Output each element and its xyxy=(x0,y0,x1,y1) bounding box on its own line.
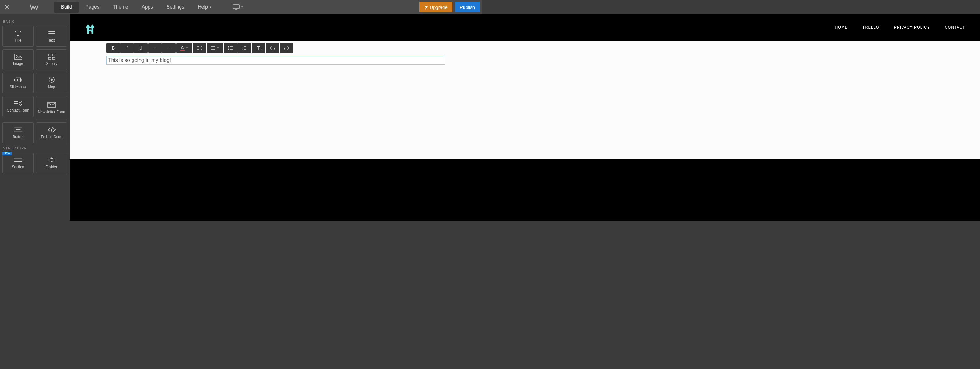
main-nav: Build Pages Theme Apps Settings Help ▾ xyxy=(54,0,218,14)
font-increase-button[interactable]: + xyxy=(148,43,162,53)
site-logo-icon xyxy=(85,21,95,34)
bulleted-list-button[interactable] xyxy=(224,43,237,53)
element-embed-code[interactable]: Embed Code xyxy=(36,122,67,143)
form-icon xyxy=(14,100,22,107)
svg-rect-0 xyxy=(233,5,239,9)
device-preview-toggle[interactable]: ▾ xyxy=(228,4,248,10)
underline-icon: U xyxy=(139,46,142,51)
numbered-list-icon: 123 xyxy=(242,46,247,50)
tile-label: Text xyxy=(48,38,55,43)
site-footer xyxy=(70,159,482,182)
link-icon xyxy=(197,46,202,49)
link-button[interactable] xyxy=(193,43,207,53)
nav-label: Help xyxy=(198,4,208,10)
code-icon xyxy=(48,126,56,133)
element-button[interactable]: Button xyxy=(2,122,33,143)
element-title[interactable]: Title xyxy=(2,26,33,47)
element-image[interactable]: Image xyxy=(2,49,33,70)
mail-icon xyxy=(48,102,56,108)
button-icon xyxy=(14,126,22,133)
chevron-down-icon: ▼ xyxy=(186,47,188,49)
chevron-down-icon: ▼ xyxy=(217,47,219,49)
nav-theme[interactable]: Theme xyxy=(106,2,135,13)
bold-button[interactable]: B xyxy=(107,43,120,53)
element-section[interactable]: NEW Section xyxy=(2,153,33,173)
svg-point-14 xyxy=(228,46,229,47)
tile-label: Contact Form xyxy=(7,108,29,113)
tile-label: Divider xyxy=(46,165,57,169)
bulleted-list-icon xyxy=(228,46,233,50)
align-icon xyxy=(211,46,216,50)
nav-apps[interactable]: Apps xyxy=(135,2,160,13)
publish-label: Publish xyxy=(460,5,475,10)
divider-icon xyxy=(48,156,56,163)
element-gallery[interactable]: Gallery xyxy=(36,49,67,70)
clear-formatting-icon: Tx xyxy=(257,46,260,51)
element-newsletter-form[interactable]: Newsletter Form xyxy=(36,96,67,120)
tile-label: Title xyxy=(14,38,21,43)
close-button[interactable] xyxy=(0,0,14,14)
svg-point-10 xyxy=(51,79,52,81)
minus-icon: − xyxy=(168,46,170,51)
publish-button[interactable]: Publish xyxy=(455,2,480,12)
redo-icon xyxy=(284,46,289,49)
nav-settings[interactable]: Settings xyxy=(160,2,191,13)
desktop-icon xyxy=(233,4,240,10)
element-map[interactable]: Map xyxy=(36,73,67,94)
sidebar-section-label: STRUCTURE xyxy=(2,143,67,153)
italic-icon: I xyxy=(126,46,128,51)
tile-label: Button xyxy=(13,135,23,139)
nav-label: Theme xyxy=(113,4,128,10)
svg-rect-5 xyxy=(48,57,51,59)
weebly-logo[interactable] xyxy=(14,4,54,10)
align-button[interactable]: ▼ xyxy=(207,43,223,53)
slideshow-icon xyxy=(14,76,22,83)
upgrade-label: Upgrade xyxy=(430,5,447,10)
svg-point-2 xyxy=(16,55,17,56)
gallery-icon xyxy=(48,53,56,60)
image-icon xyxy=(14,53,22,60)
nav-help[interactable]: Help ▾ xyxy=(191,2,218,13)
bolt-icon xyxy=(424,5,428,10)
tile-label: Section xyxy=(12,165,24,169)
site-logo[interactable] xyxy=(84,21,96,34)
svg-point-16 xyxy=(228,49,229,50)
redo-button[interactable] xyxy=(280,43,293,53)
weebly-logo-icon xyxy=(30,4,39,10)
upgrade-button[interactable]: Upgrade xyxy=(419,2,452,12)
numbered-list-button[interactable]: 123 xyxy=(237,43,251,53)
underline-button[interactable]: U xyxy=(134,43,148,53)
element-slideshow[interactable]: Slideshow xyxy=(2,73,33,94)
svg-rect-4 xyxy=(52,54,55,56)
chevron-down-icon: ▾ xyxy=(210,6,211,9)
svg-rect-3 xyxy=(48,54,51,56)
clear-formatting-button[interactable]: Tx xyxy=(251,43,265,53)
text-editor[interactable]: This is so going in my blog! xyxy=(107,56,445,65)
element-contact-form[interactable]: Contact Form xyxy=(2,96,33,117)
nav-label: Apps xyxy=(142,4,153,10)
svg-text:3: 3 xyxy=(242,49,243,50)
site-header: HOME TRELLO PRIVACY POLICY CONTACT xyxy=(70,14,482,41)
tile-label: Newsletter Form xyxy=(38,110,65,114)
tile-label: Map xyxy=(48,85,55,89)
page-body: B I U + − A ▼ ▼ xyxy=(70,41,482,159)
text-color-button[interactable]: A ▼ xyxy=(176,43,192,53)
element-divider[interactable]: Divider xyxy=(36,153,67,173)
nav-build[interactable]: Build xyxy=(54,2,79,13)
map-icon xyxy=(48,76,56,83)
undo-button[interactable] xyxy=(266,43,279,53)
app-topbar: Build Pages Theme Apps Settings Help ▾ ▾… xyxy=(0,0,482,14)
nav-label: Build xyxy=(61,4,72,10)
element-text[interactable]: Text xyxy=(36,26,67,47)
svg-rect-11 xyxy=(48,102,56,107)
text-toolbar: B I U + − A ▼ ▼ xyxy=(107,43,482,53)
tile-label: Gallery xyxy=(46,62,57,66)
font-decrease-button[interactable]: − xyxy=(162,43,176,53)
tile-label: Slideshow xyxy=(10,85,27,89)
text-color-icon: A xyxy=(180,45,184,51)
italic-button[interactable]: I xyxy=(120,43,134,53)
nav-label: Settings xyxy=(166,4,184,10)
nav-pages[interactable]: Pages xyxy=(79,2,106,13)
plus-icon: + xyxy=(154,46,156,51)
element-sidebar: BASIC Title Text Image Gallery Slideshow… xyxy=(0,14,70,182)
